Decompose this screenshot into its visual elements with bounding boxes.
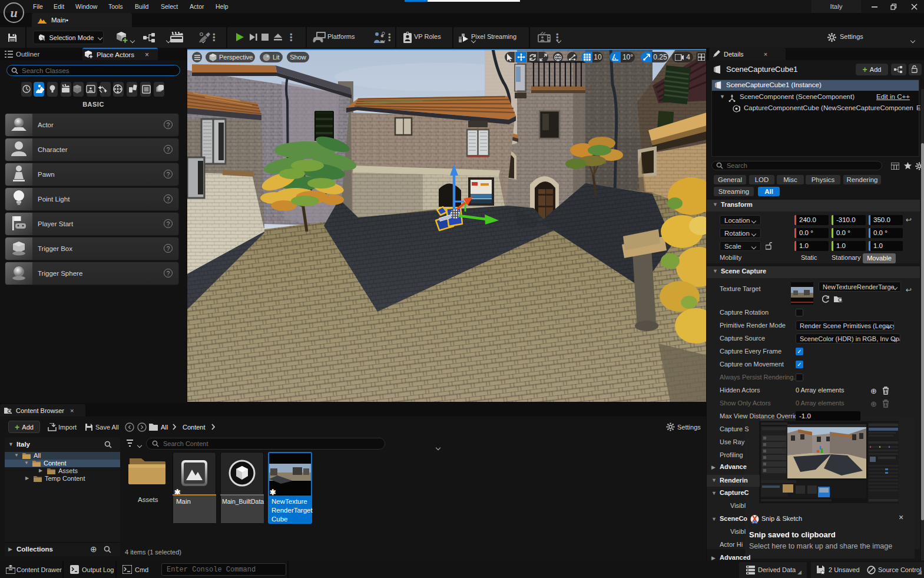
svg-text:u: u — [10, 5, 17, 20]
